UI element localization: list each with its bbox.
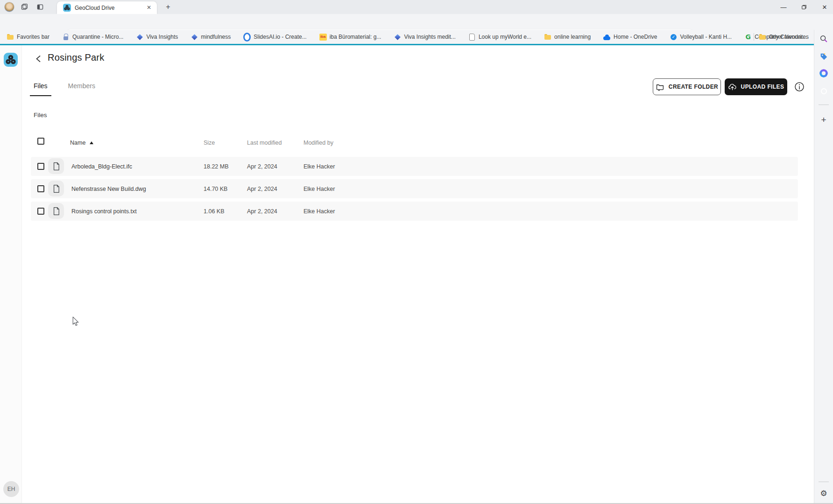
app-tabs: Files Members <box>30 79 99 96</box>
tab-files[interactable]: Files <box>30 79 51 96</box>
upload-files-label: UPLOAD FILES <box>741 84 784 90</box>
tab-title: GeoCloud Drive <box>75 5 114 11</box>
favorite-label: Favorites bar <box>17 34 49 40</box>
favorite-bookmark[interactable]: Look up myWorld e... <box>468 34 531 41</box>
file-name[interactable]: Rosings control points.txt <box>71 208 137 215</box>
page-icon <box>468 34 476 41</box>
favorite-label: mindfulness <box>201 34 231 40</box>
file-modified-by: Elke Hacker <box>304 208 335 215</box>
favorite-label: SlidesAI.io - Create... <box>254 34 306 40</box>
folder-icon <box>544 34 551 41</box>
edge-sidebar: + ⚙ <box>814 30 833 504</box>
row-checkbox[interactable] <box>37 163 44 170</box>
favorite-label: Quarantine - Micro... <box>72 34 123 40</box>
favorite-bookmark[interactable]: Quarantine - Micro... <box>62 34 123 41</box>
other-favourites-label: Other favourites <box>769 34 809 40</box>
column-header-size[interactable]: Size <box>204 140 215 146</box>
favorite-bookmark[interactable]: mindfulness <box>191 34 231 41</box>
file-last-modified: Apr 2, 2024 <box>247 163 277 170</box>
file-icon <box>48 158 64 174</box>
window-close-button[interactable]: ✕ <box>814 0 833 14</box>
new-tab-button[interactable]: + <box>163 2 173 12</box>
tab-actions-menu-icon[interactable] <box>36 3 44 11</box>
cloud-upload-icon <box>728 83 737 91</box>
sidebar-divider <box>819 105 829 105</box>
other-favourites-button[interactable]: Other favourites <box>759 34 809 41</box>
sidebar-settings-gear-icon[interactable]: ⚙ <box>819 489 828 497</box>
tab-close-icon[interactable]: ✕ <box>145 4 153 12</box>
user-avatar[interactable]: EH <box>3 481 19 497</box>
column-header-last-modified[interactable]: Last modified <box>247 140 282 146</box>
file-icon <box>48 181 64 196</box>
favorites-bar: Favorites bar Quarantine - Micro... Viva… <box>0 30 833 44</box>
window-minimize-button[interactable]: — <box>773 0 794 14</box>
info-icon[interactable] <box>794 81 805 92</box>
row-checkbox[interactable] <box>37 185 44 192</box>
favorite-bookmark[interactable]: iba Büromaterial: g... <box>319 34 381 41</box>
browser-profile-avatar[interactable] <box>4 2 14 12</box>
favorite-bookmark[interactable]: online learning <box>544 34 591 41</box>
microsoft-365-icon[interactable] <box>819 69 828 77</box>
file-modified-by: Elke Hacker <box>304 163 335 170</box>
window-restore-button[interactable] <box>794 0 814 14</box>
favorites-bar-items: Favorites bar Quarantine - Micro... Viva… <box>7 30 807 44</box>
tab-members[interactable]: Members <box>64 79 99 96</box>
favorite-label: Viva Insights medit... <box>404 34 456 40</box>
back-chevron-icon[interactable] <box>34 54 43 63</box>
create-folder-button[interactable]: CREATE FOLDER <box>653 78 721 95</box>
geocloud-app-logo[interactable] <box>4 53 18 67</box>
mouse-cursor <box>72 316 79 327</box>
file-size: 18.22 MB <box>204 163 229 170</box>
workspaces-icon[interactable] <box>21 3 28 11</box>
sidebar-add-icon[interactable]: + <box>819 116 828 124</box>
iba-icon <box>319 34 327 41</box>
shopping-icon[interactable] <box>819 52 828 61</box>
folder-icon <box>7 34 14 41</box>
files-section-label: Files <box>34 112 47 119</box>
page-title: Rosings Park <box>48 52 104 63</box>
column-header-modified-by[interactable]: Modified by <box>304 140 333 146</box>
diamond-icon <box>191 34 198 41</box>
file-size: 1.06 KB <box>204 208 224 215</box>
favorite-label: Viva Insights <box>146 34 178 40</box>
favorite-label: iba Büromaterial: g... <box>330 34 381 40</box>
favorite-bookmark[interactable]: Home - OneDrive <box>603 34 657 41</box>
row-checkbox[interactable] <box>37 208 44 215</box>
file-size: 14.70 KB <box>204 186 227 192</box>
favorite-bookmark[interactable]: SlidesAI.io - Create... <box>243 34 306 41</box>
diamond-icon <box>136 34 143 41</box>
favorite-bookmark[interactable]: Viva Insights medit... <box>394 34 456 41</box>
upload-files-button[interactable]: UPLOAD FILES <box>725 78 787 95</box>
geocloud-favicon <box>63 4 71 12</box>
g-icon <box>744 34 752 41</box>
lock-icon <box>62 34 70 41</box>
file-name[interactable]: Arboleda_Bldg-Elect.ifc <box>71 163 132 170</box>
sort-ascending-icon[interactable] <box>90 141 93 144</box>
file-modified-by: Elke Hacker <box>304 186 335 192</box>
sidebar-divider-bottom <box>819 482 829 482</box>
cloud-icon <box>603 34 611 41</box>
favorite-bookmark[interactable]: Volleyball - Kanti H... <box>670 34 732 41</box>
sidebar-search-icon[interactable] <box>819 35 828 43</box>
browser-tab-strip: GeoCloud Drive ✕ + — ✕ <box>0 0 833 14</box>
browser-toolbar: https://drive.geocloud.hexagon.com/en/pr… <box>0 14 833 30</box>
favorite-label: Look up myWorld e... <box>479 34 531 40</box>
table-row[interactable]: Arboleda_Bldg-Elect.ifc 18.22 MB Apr 2, … <box>31 157 798 176</box>
favorites-separator <box>754 33 754 41</box>
file-icon <box>48 203 64 219</box>
favorite-label: Home - OneDrive <box>614 34 657 40</box>
favorite-bookmark[interactable]: Viva Insights <box>136 34 178 41</box>
folder-icon <box>759 34 766 41</box>
column-header-name[interactable]: Name <box>70 140 85 146</box>
table-row[interactable]: Nefenstrasse New Build.dwg 14.70 KB Apr … <box>31 179 798 198</box>
create-folder-label: CREATE FOLDER <box>669 84 718 90</box>
folder-plus-icon <box>656 83 664 91</box>
favorite-bookmark[interactable]: Favorites bar <box>7 34 49 41</box>
diamond-icon <box>394 34 401 41</box>
select-all-checkbox[interactable] <box>37 138 44 145</box>
browser-tab-geocloud[interactable]: GeoCloud Drive ✕ <box>57 1 157 14</box>
file-name[interactable]: Nefenstrasse New Build.dwg <box>71 186 146 192</box>
circle-blue-icon <box>243 34 251 41</box>
app-accent-line <box>0 44 814 45</box>
table-row[interactable]: Rosings control points.txt 1.06 KB Apr 2… <box>31 202 798 221</box>
